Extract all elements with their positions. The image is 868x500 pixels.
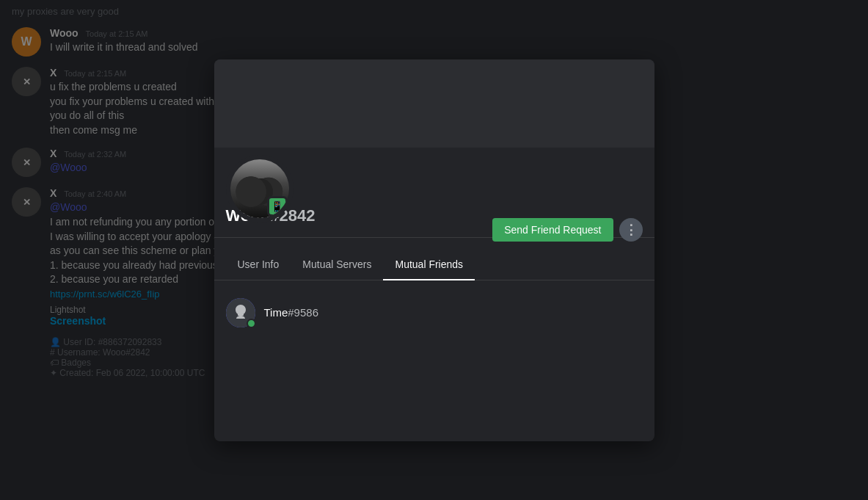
tab-mutual-servers[interactable]: Mutual Servers bbox=[291, 250, 383, 280]
phone-icon: 📱 bbox=[271, 200, 283, 212]
mutual-friend-name: Time#9586 bbox=[264, 306, 319, 319]
profile-header: 📱 Send Friend Request ⋮ Wooo#2842 bbox=[214, 206, 654, 238]
more-options-button[interactable]: ⋮ bbox=[619, 218, 643, 242]
send-friend-request-button[interactable]: Send Friend Request bbox=[492, 218, 613, 242]
profile-modal: 📱 Send Friend Request ⋮ Wooo#2842 User I… bbox=[214, 59, 654, 441]
tab-user-info-label: User Info bbox=[238, 258, 280, 270]
profile-actions: Send Friend Request ⋮ bbox=[492, 218, 642, 242]
modal-overlay: 📱 Send Friend Request ⋮ Wooo#2842 User I… bbox=[0, 0, 868, 500]
mutual-friend-avatar bbox=[226, 298, 255, 327]
tab-mutual-servers-label: Mutual Servers bbox=[302, 258, 371, 270]
avatar-wrapper: 📱 bbox=[226, 155, 293, 222]
status-indicator bbox=[247, 319, 256, 328]
tab-mutual-friends-label: Mutual Friends bbox=[395, 258, 463, 270]
mutual-friend-item: Time#9586 bbox=[226, 292, 643, 333]
mutual-friend-username: Time bbox=[264, 306, 288, 319]
mutual-friends-list: Time#9586 bbox=[226, 292, 643, 333]
tab-mutual-friends[interactable]: Mutual Friends bbox=[383, 250, 475, 280]
profile-tabs: User Info Mutual Servers Mutual Friends bbox=[214, 250, 654, 280]
tab-user-info[interactable]: User Info bbox=[226, 250, 291, 280]
profile-banner bbox=[214, 59, 654, 148]
mutual-friend-discriminator: #9586 bbox=[288, 306, 318, 319]
mobile-status-badge: 📱 bbox=[267, 196, 288, 217]
profile-avatar: 📱 bbox=[226, 155, 293, 222]
profile-body: Time#9586 bbox=[214, 280, 654, 345]
